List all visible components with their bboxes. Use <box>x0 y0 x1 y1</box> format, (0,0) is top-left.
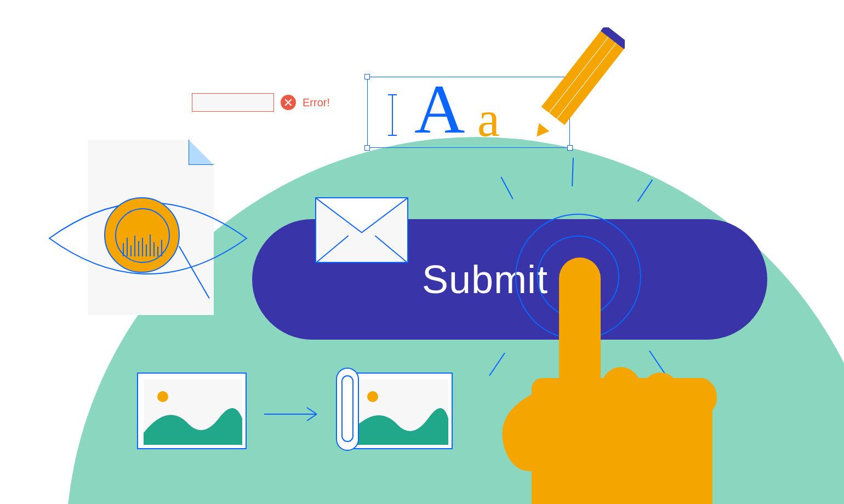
error-close-icon <box>281 95 296 110</box>
pointing-hand-icon <box>493 252 723 504</box>
error-text-input[interactable] <box>192 93 274 112</box>
error-label: Error! <box>303 96 330 109</box>
bar-chart-icon <box>123 234 162 256</box>
svg-point-12 <box>157 391 168 402</box>
svg-rect-8 <box>602 367 640 416</box>
svg-point-15 <box>367 391 378 402</box>
svg-rect-10 <box>681 378 717 416</box>
text-cursor-icon <box>385 94 402 136</box>
error-field-group: Error! <box>192 93 330 112</box>
selection-handle-bl[interactable] <box>364 145 370 151</box>
envelope-icon <box>315 197 408 263</box>
paperclip-icon <box>333 365 366 458</box>
sample-lowercase: a <box>477 94 500 144</box>
sample-uppercase: A <box>414 74 465 144</box>
image-thumbnail-source <box>137 373 247 449</box>
pencil-icon <box>510 27 625 164</box>
selection-handle-tl[interactable] <box>364 74 370 79</box>
svg-rect-9 <box>641 373 680 416</box>
svg-rect-16 <box>337 368 358 450</box>
arrow-right-icon <box>262 403 328 425</box>
svg-rect-0 <box>541 27 625 125</box>
illustration-canvas: Error! A a <box>0 0 844 504</box>
